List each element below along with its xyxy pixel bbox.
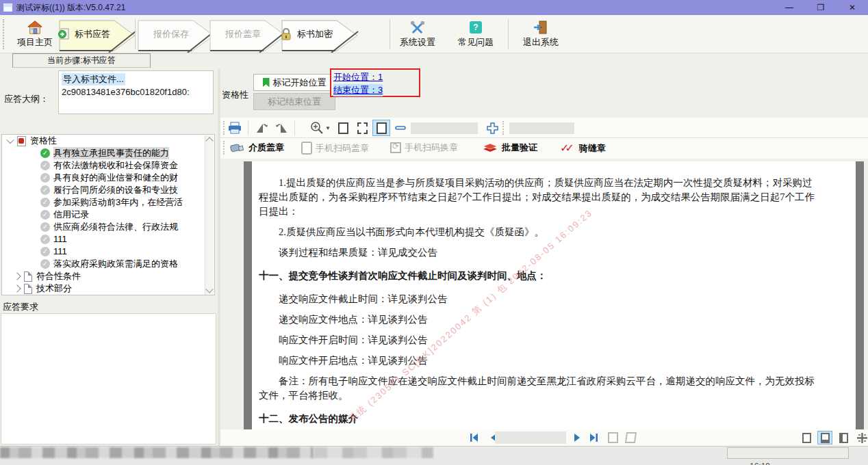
main-toolbar: 项目主页 标书应答: [0, 15, 868, 53]
fit-height-button[interactable]: [353, 120, 371, 136]
settings-button[interactable]: 系统设置: [394, 17, 442, 51]
red-books-icon: [482, 142, 498, 153]
tree-item[interactable]: ✓ 有依法缴纳税收和社会保障资金: [2, 159, 214, 172]
fit-page-button[interactable]: [334, 120, 352, 136]
tray-status-box: [727, 447, 849, 459]
single-page-view-button[interactable]: [799, 431, 814, 444]
requirements-label: 应答要求: [3, 301, 38, 313]
refresh-icon: [390, 142, 401, 153]
doc-paragraph: 谈判过程和结果质疑：详见成交公告: [259, 245, 816, 260]
batch-verify-button[interactable]: 批量验证: [482, 142, 537, 154]
exit-button[interactable]: 退出系统: [517, 17, 565, 51]
page-number-input[interactable]: [495, 431, 566, 444]
check-circle-icon: ✓: [40, 247, 50, 256]
tree-root-technical[interactable]: 技术部分: [2, 282, 214, 295]
seam-stamp-button[interactable]: ✓✓ 骑缝章: [560, 142, 606, 155]
tree-item[interactable]: ✓ 供应商必须符合法律、行政法规: [2, 221, 214, 233]
tree-root-label: 资格性: [30, 135, 57, 147]
first-page-button[interactable]: [467, 431, 482, 444]
step-encrypt-label: 标书加密: [297, 28, 333, 40]
zoom-out-button[interactable]: [392, 120, 409, 136]
rotate-right-button[interactable]: [272, 120, 290, 136]
print-button[interactable]: [226, 120, 244, 136]
phone-icon: [301, 142, 312, 155]
tree-item[interactable]: ✓ 落实政府采购政策需满足的资格: [2, 258, 214, 270]
fit-width-button[interactable]: [372, 120, 390, 136]
step-button-price-save: 报价保存: [137, 17, 216, 53]
tree-item-label: 有依法缴纳税收和社会保障资金: [53, 159, 178, 172]
toolbar-separator: [390, 19, 390, 49]
tree-item[interactable]: ✓ 具有良好的商业信誉和健全的财: [2, 172, 214, 184]
tree-item[interactable]: ✓ 信用记录: [2, 209, 214, 221]
page-scale-input[interactable]: [509, 122, 574, 134]
chevron-right-icon[interactable]: [13, 272, 21, 280]
zoom-tool-button[interactable]: ▼: [308, 120, 333, 136]
plus-icon: [487, 122, 498, 134]
mark-end-label: 标记结束位置: [268, 96, 321, 108]
insert-page-button[interactable]: [605, 431, 620, 444]
rotate-left-button[interactable]: [253, 120, 271, 136]
tree-item[interactable]: ✓ 111: [2, 245, 214, 258]
tree-scrollbar[interactable]: [205, 135, 214, 295]
toolbar-separator: [135, 19, 136, 49]
toolbar-grip: [3, 19, 4, 49]
facing-view-button[interactable]: [836, 431, 851, 444]
current-step-tab[interactable]: 当前步骤:标书应答: [12, 53, 151, 68]
taskbar: 16:19: [0, 446, 868, 465]
tree-item[interactable]: ✓ 111: [2, 233, 214, 245]
sidebar: 应答大纲： 导入标书文件... 2c90813481e376bc01820f1d…: [0, 68, 218, 446]
end-position-link[interactable]: 结束位置：3: [333, 84, 383, 96]
doc-paragraph: 2.质疑供应商应当以书面形式向本代理机构提交《质疑函》。: [259, 225, 816, 239]
zoom-value-input[interactable]: [411, 122, 478, 134]
next-page-button[interactable]: [570, 431, 585, 444]
zoom-in-button[interactable]: [483, 120, 501, 136]
tree-item[interactable]: ✓ 履行合同所必须的设备和专业技: [2, 184, 214, 196]
check-circle-icon: ✓: [40, 173, 50, 183]
tile-view-button[interactable]: [854, 431, 868, 444]
tree-item[interactable]: ✓ 具有独立承担民事责任的能力: [2, 147, 214, 159]
tree-root-qualification[interactable]: 资格性: [2, 135, 214, 147]
doc-paragraph: 递交响应文件地点：详见谈判公告: [259, 313, 816, 327]
scroll-up-icon[interactable]: [205, 137, 213, 144]
start-position-link[interactable]: 开始位置：1: [333, 71, 383, 83]
mark-start-button[interactable]: 标记开始位置: [253, 74, 335, 91]
step-respond-label: 标书应答: [75, 28, 110, 40]
tree-root-compliance[interactable]: 符合性条件: [2, 270, 214, 282]
copy-page-button[interactable]: [623, 431, 638, 444]
scroll-down-icon[interactable]: [205, 285, 213, 293]
app-window: 测试评标((1)) 版本:V5.0.47.21 — ❐ ✕ 项目主页: [0, 0, 868, 465]
blurred-taskbar-items: [314, 447, 433, 458]
minimize-button[interactable]: —: [774, 0, 805, 15]
close-button[interactable]: ✕: [837, 0, 868, 15]
continuous-view-button[interactable]: [817, 431, 832, 444]
check-circle-icon: ✓: [40, 185, 50, 195]
doc-paragraph: 响应文件开启地点：详见谈判公告: [259, 354, 816, 368]
rotate-right-icon: [275, 122, 288, 134]
home-button[interactable]: 项目主页: [12, 17, 58, 51]
tree-root-label: 符合性条件: [36, 270, 81, 282]
import-bid-file-button[interactable]: 导入标书文件...: [62, 73, 125, 85]
mark-end-button: 标记结束位置: [253, 93, 335, 110]
last-page-button[interactable]: [586, 431, 601, 444]
pdf-viewer[interactable]: 1.提出质疑的供应商应当是参与所质疑项目采购活动的供应商；质疑供应商应当在法定期…: [244, 161, 864, 429]
outline-tree: 资格性 ✓ 具有独立承担民事责任的能力 ✓ 有依法缴纳税收和社会保障资金 ✓ 具…: [1, 134, 215, 295]
blurred-taskbar-items: [0, 447, 314, 458]
tile-view-icon: [857, 433, 867, 443]
window-controls: — ❐ ✕: [774, 0, 868, 15]
step-button-encrypt[interactable]: 标书加密: [281, 17, 359, 53]
single-page-icon: [802, 433, 811, 443]
chevron-right-icon[interactable]: [13, 284, 21, 292]
tree-item[interactable]: ✓ 参加采购活动前3年内，在经营活: [2, 196, 214, 209]
faq-button[interactable]: ? 常见问题: [452, 17, 500, 51]
chevron-down-icon[interactable]: [6, 136, 14, 144]
home-icon: [27, 20, 42, 35]
phone-stamp-label: 手机扫码盖章: [316, 142, 369, 155]
main-panel: 资格性 标记开始位置 标记结束位置 开始位置：1 结束位置：3: [220, 68, 868, 446]
exit-label: 退出系统: [523, 36, 559, 49]
media-stamp-button[interactable]: 介质盖章: [230, 142, 284, 154]
window-title: 测试评标((1)) 版本:V5.0.47.21: [16, 2, 125, 14]
restore-button[interactable]: ❐: [805, 0, 837, 15]
fit-height-icon: [357, 122, 368, 134]
step-button-respond[interactable]: 标书应答: [58, 17, 137, 53]
tree-item-label: 111: [53, 233, 67, 245]
